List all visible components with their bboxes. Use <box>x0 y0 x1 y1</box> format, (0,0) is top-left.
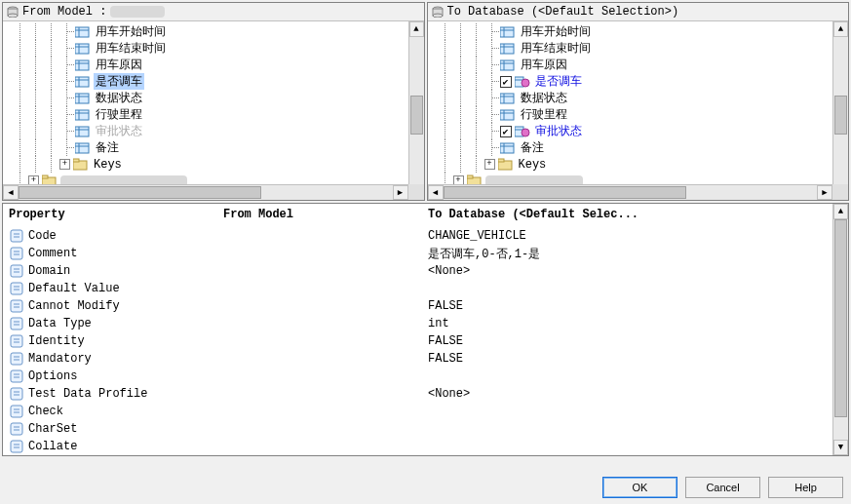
folder-icon <box>73 158 89 172</box>
tree-item-label: 是否调车 <box>94 73 144 90</box>
scrollbar-vertical[interactable]: ▲ ▼ <box>408 21 424 200</box>
tree-item[interactable]: 用车结束时间 <box>438 40 849 57</box>
property-name: Identity <box>28 334 223 348</box>
tree-folder[interactable]: +Keys <box>438 156 849 173</box>
column-icon <box>75 92 91 105</box>
property-to-database: 是否调车,0-否,1-是 <box>428 246 842 262</box>
property-name: Collate <box>28 440 223 453</box>
property-row[interactable]: Default Value <box>9 280 842 297</box>
scroll-down-arrow[interactable]: ▼ <box>833 440 848 455</box>
tree-folder-label: Keys <box>92 158 124 172</box>
property-to-database: int <box>428 317 842 330</box>
scrollbar-vertical[interactable]: ▲ ▼ <box>832 21 848 200</box>
property-icon <box>9 387 24 401</box>
to-database-title: To Database (<Default Selection>) <box>428 3 849 21</box>
tree-item[interactable]: 用车原因 <box>13 57 424 73</box>
column-icon <box>500 42 516 56</box>
property-row[interactable]: Check <box>9 403 842 420</box>
tree-item[interactable]: 数据状态 <box>13 90 424 106</box>
property-row[interactable]: Data Typeint <box>9 315 842 332</box>
column-icon <box>500 92 516 105</box>
property-name: Check <box>28 405 223 418</box>
redacted-text <box>110 6 165 18</box>
tree-item-label: 行驶里程 <box>519 106 569 123</box>
tree-item[interactable]: 行驶里程 <box>13 106 424 123</box>
tree-item-label: 用车开始时间 <box>519 23 593 40</box>
tree-item-label: 数据状态 <box>519 90 569 106</box>
property-icon <box>9 282 24 295</box>
db-icon <box>7 6 19 18</box>
property-row[interactable]: IdentityFALSE <box>9 332 842 350</box>
tree-item[interactable]: 备注 <box>438 139 849 156</box>
property-row[interactable]: MandatoryFALSE <box>9 350 842 368</box>
tree-item[interactable]: 是否调车 <box>13 73 424 90</box>
property-icon <box>9 229 24 243</box>
scroll-up-arrow[interactable]: ▲ <box>833 21 848 37</box>
column-icon <box>75 141 91 155</box>
ok-button[interactable]: OK <box>602 477 677 498</box>
property-row[interactable]: Collate <box>9 438 842 455</box>
column-icon <box>500 25 516 39</box>
expander-icon[interactable]: + <box>59 159 70 170</box>
scroll-up-arrow[interactable]: ▲ <box>409 21 424 37</box>
scroll-left-arrow[interactable]: ◀ <box>428 185 444 200</box>
scroll-up-arrow[interactable]: ▲ <box>833 204 848 219</box>
property-icon <box>9 422 24 436</box>
tree-item-label: 备注 <box>94 139 121 156</box>
tree-item[interactable]: 备注 <box>13 139 424 156</box>
property-icon <box>9 369 24 383</box>
tree-item-label: 审批状态 <box>533 123 584 139</box>
scroll-thumb[interactable] <box>834 96 847 135</box>
scroll-right-arrow[interactable]: ▶ <box>817 185 832 200</box>
checkbox[interactable]: ✔ <box>500 76 512 88</box>
tree-item-label: 审批状态 <box>94 123 144 139</box>
tree-item[interactable]: 用车开始时间 <box>13 23 424 40</box>
scrollbar-horizontal[interactable]: ◀ ▶ <box>3 184 408 200</box>
tree-item[interactable]: ✔审批状态 <box>438 123 849 139</box>
to-database-panel: To Database (<Default Selection>) 用车开始时间… <box>427 2 850 201</box>
tree-item[interactable]: ✔是否调车 <box>438 73 849 90</box>
tree-folder-label: Keys <box>517 158 549 172</box>
property-icon <box>9 352 24 366</box>
help-button[interactable]: Help <box>768 477 843 498</box>
tree-item-label: 用车原因 <box>94 57 144 73</box>
tree-item[interactable]: 行驶里程 <box>438 106 849 123</box>
expander-icon[interactable]: + <box>484 159 495 170</box>
property-row[interactable]: Domain<None> <box>9 262 842 280</box>
property-to-database: CHANGE_VEHICLE <box>428 229 842 243</box>
scroll-thumb-h[interactable] <box>19 186 261 199</box>
property-grid: Property From Model To Database (<Defaul… <box>2 203 849 456</box>
scroll-thumb[interactable] <box>834 219 847 417</box>
scroll-left-arrow[interactable]: ◀ <box>3 185 19 200</box>
tree-item-label: 备注 <box>519 139 546 156</box>
cancel-button[interactable]: Cancel <box>685 477 760 498</box>
property-to-database: <None> <box>428 387 842 401</box>
property-row[interactable]: Comment是否调车,0-否,1-是 <box>9 245 842 262</box>
tree-item[interactable]: 用车开始时间 <box>438 23 849 40</box>
tree-item[interactable]: 数据状态 <box>438 90 849 106</box>
property-icon <box>9 299 24 313</box>
tree-item[interactable]: 审批状态 <box>13 123 424 139</box>
tree-folder[interactable]: +Keys <box>13 156 424 173</box>
checkbox[interactable]: ✔ <box>500 126 512 137</box>
column-icon <box>500 141 516 155</box>
db-icon <box>432 6 444 18</box>
column-icon <box>75 108 91 122</box>
property-row[interactable]: Cannot ModifyFALSE <box>9 297 842 315</box>
property-row[interactable]: Options <box>9 368 842 385</box>
tree-item[interactable]: 用车结束时间 <box>13 40 424 57</box>
scrollbar-horizontal[interactable]: ◀ ▶ <box>428 184 833 200</box>
tree-item[interactable]: 用车原因 <box>438 57 849 73</box>
property-row[interactable]: Test Data Profile<None> <box>9 385 842 403</box>
property-to-database: <None> <box>428 264 842 278</box>
tree-item-label: 用车开始时间 <box>94 23 168 40</box>
scroll-right-arrow[interactable]: ▶ <box>393 185 408 200</box>
property-row[interactable]: CodeCHANGE_VEHICLE <box>9 227 842 245</box>
property-row[interactable]: CharSet <box>9 420 842 438</box>
header-to-database: To Database (<Default Selec... <box>428 208 842 221</box>
property-icon <box>9 405 24 418</box>
from-model-panel: From Model : 用车开始时间用车结束时间用车原因是否调车数据状态行驶里… <box>2 2 425 201</box>
scroll-thumb[interactable] <box>410 96 423 135</box>
scroll-thumb-h[interactable] <box>444 186 686 199</box>
scrollbar-vertical[interactable]: ▲ ▼ <box>832 204 848 455</box>
